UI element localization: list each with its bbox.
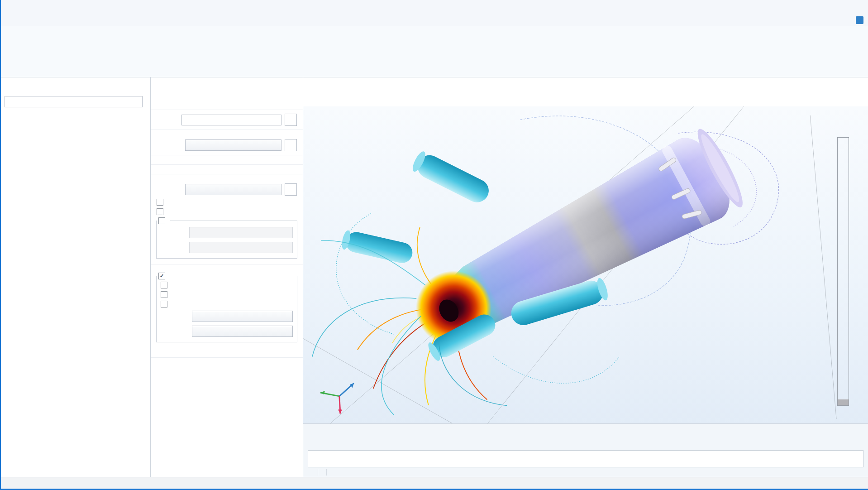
plot-dataset-edges-group [156,217,297,259]
section-color-legend[interactable] [151,264,303,272]
graphics-toolbar [303,91,868,106]
ribbon [0,26,868,77]
main-area: ✓ [0,77,868,477]
show-legends-group: ✓ [156,273,297,342]
propagate-hiding-checkbox[interactable] [157,208,163,215]
frame-select [189,242,293,253]
section-data[interactable] [151,130,303,137]
coordinate-triad [320,383,354,413]
graphics-panel [303,77,868,423]
legend-position-select[interactable] [192,311,293,322]
plot-dataset-edges-checkbox[interactable] [158,217,165,224]
show-hidden-entities-checkbox[interactable] [157,199,163,206]
section-selection[interactable] [151,155,303,163]
java-shell-input[interactable] [308,450,863,467]
section-plot-array[interactable] [151,358,303,365]
statusbar [0,477,868,490]
label-source-button[interactable] [285,114,297,126]
shell-toolbar [303,436,868,450]
color-legend-underflow [837,399,849,406]
show-legends-checkbox[interactable]: ✓ [158,273,165,279]
section-plot-settings[interactable] [151,174,303,182]
show-titles-checkbox[interactable] [161,291,167,298]
section-number-format[interactable] [151,348,303,355]
graphics-canvas[interactable] [303,106,868,423]
plot-button[interactable] [155,105,163,106]
menubar [0,14,868,26]
edge-color-select [189,227,293,238]
dock-tabs [303,424,868,436]
model-builder-toolbar [0,91,150,95]
view-select[interactable] [185,184,281,195]
settings-subtitle [151,91,303,99]
view-source-button[interactable] [285,183,297,196]
model-tree [0,109,150,111]
model-builder-panel [0,77,151,477]
titlebar [0,0,868,14]
dataset-select[interactable] [185,139,281,151]
dataset-source-button[interactable] [285,139,297,151]
show-maxmin-checkbox[interactable] [161,282,167,288]
bottom-dock [303,423,868,477]
legend-textcolor-select[interactable] [192,326,293,337]
label-input[interactable] [181,115,281,125]
color-legend-bar [837,137,849,400]
filter-input[interactable] [5,96,143,107]
window-edge-accent [0,0,1,490]
show-units-checkbox[interactable] [161,301,167,307]
section-window-settings[interactable] [151,367,303,375]
3d-scene [303,106,868,423]
help-button[interactable] [856,16,863,24]
section-title-group[interactable] [151,165,303,172]
settings-panel: ✓ [151,77,303,477]
